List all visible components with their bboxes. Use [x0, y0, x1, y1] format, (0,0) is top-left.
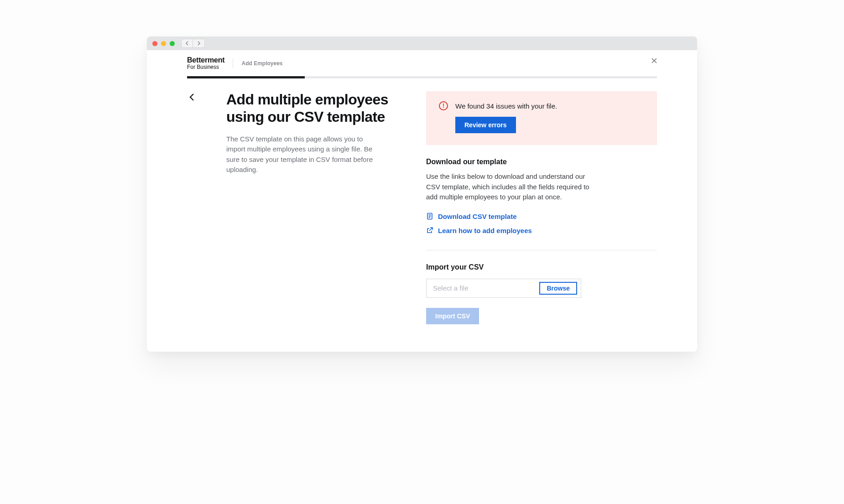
learn-how-label: Learn how to add employees: [438, 227, 532, 234]
window-controls: [152, 41, 175, 46]
breadcrumb: Add Employees: [241, 60, 282, 67]
file-input-placeholder: Select a file: [433, 284, 535, 292]
page-description: The CSV template on this page allows you…: [226, 134, 377, 175]
progress-fill: [187, 76, 305, 78]
document-icon: [426, 213, 433, 220]
browser-nav: [181, 39, 205, 48]
download-csv-template-link[interactable]: Download CSV template: [426, 213, 657, 220]
window-close-dot[interactable]: [152, 41, 157, 46]
brand-subtitle: For Business: [187, 64, 224, 70]
header-divider: [233, 58, 233, 68]
import-csv-section: Import your CSV Select a file Browse Imp…: [426, 263, 657, 324]
alert-icon: !: [439, 101, 448, 110]
mac-titlebar: [147, 36, 697, 50]
file-input[interactable]: Select a file Browse: [426, 279, 581, 298]
download-csv-template-label: Download CSV template: [438, 213, 517, 220]
import-csv-heading: Import your CSV: [426, 263, 657, 271]
import-csv-button[interactable]: Import CSV: [426, 308, 479, 324]
brand-name: Betterment: [187, 57, 224, 64]
page-title: Add multiple employees using our CSV tem…: [226, 91, 418, 126]
browser-window: Betterment For Business Add Employees: [147, 36, 697, 352]
window-zoom-dot[interactable]: [170, 41, 175, 46]
browser-back-button[interactable]: [181, 39, 193, 48]
download-template-section: Download our template Use the links belo…: [426, 158, 657, 234]
brand-logo: Betterment For Business: [187, 57, 224, 70]
external-link-icon: [426, 227, 433, 234]
progress-bar: [187, 76, 657, 78]
section-divider: [426, 250, 657, 250]
learn-how-link[interactable]: Learn how to add employees: [426, 227, 657, 234]
close-icon: [651, 58, 657, 63]
download-template-heading: Download our template: [426, 158, 657, 166]
window-minimize-dot[interactable]: [161, 41, 166, 46]
chevron-left-icon: [189, 93, 195, 101]
browse-button[interactable]: Browse: [539, 282, 577, 295]
error-alert: ! We found 34 issues with your file. Rev…: [426, 91, 657, 145]
download-template-body: Use the links below to download and unde…: [426, 171, 599, 203]
app-header: Betterment For Business Add Employees: [147, 50, 697, 78]
close-button[interactable]: [651, 57, 657, 65]
back-button[interactable]: [187, 91, 197, 104]
alert-message: We found 34 issues with your file.: [455, 102, 557, 110]
browser-forward-button[interactable]: [193, 39, 205, 48]
review-errors-button[interactable]: Review errors: [455, 117, 516, 133]
